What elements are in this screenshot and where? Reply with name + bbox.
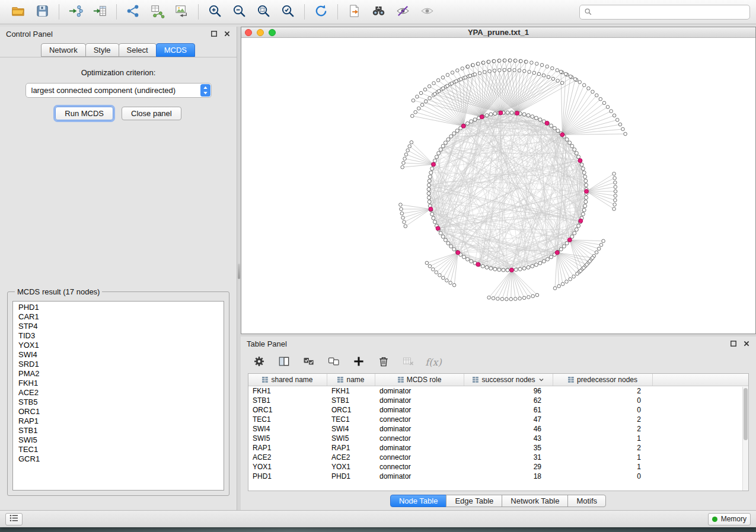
table-scrollbar[interactable] (742, 387, 748, 491)
maximize-window-icon[interactable] (269, 29, 276, 36)
import-table-button[interactable] (88, 2, 112, 22)
table-row[interactable]: RAP1RAP1dominator352 (248, 443, 748, 453)
hide-selection-button[interactable] (391, 2, 415, 22)
column-header-name[interactable]: name (327, 374, 375, 386)
mcds-result-item[interactable]: SWI5 (13, 435, 224, 445)
function-builder-button[interactable]: f(x) (423, 353, 444, 371)
table-body: FKH1FKH1dominator962STB1STB1dominator620… (248, 386, 748, 491)
close-panel-button[interactable]: Close panel (122, 107, 181, 120)
mcds-result-item[interactable]: SRD1 (13, 360, 224, 369)
mcds-result-item[interactable]: PHD1 (13, 303, 224, 312)
run-mcds-button[interactable]: Run MCDS (55, 107, 113, 120)
network-graph (241, 38, 755, 334)
table-cell: dominator (375, 386, 464, 396)
tab-edge-table[interactable]: Edge Table (446, 495, 502, 507)
tab-mcds[interactable]: MCDS (156, 43, 195, 57)
table-row[interactable]: YOX1YOX1connector291 (248, 462, 748, 472)
float-panel-icon[interactable] (210, 30, 218, 37)
minimize-window-icon[interactable] (257, 29, 264, 36)
open-session-button[interactable] (6, 2, 30, 22)
network-canvas[interactable] (241, 38, 755, 334)
export-image-icon (174, 4, 189, 20)
close-table-panel-icon[interactable] (743, 340, 750, 347)
delete-row-button[interactable] (374, 353, 394, 371)
add-row-button[interactable] (349, 353, 369, 371)
table-row[interactable]: PHD1PHD1dominator180 (248, 472, 748, 481)
share-network-button[interactable] (121, 2, 145, 22)
network-from-table-icon (150, 4, 165, 20)
panel-splitter[interactable] (237, 27, 241, 510)
settings-gear-button[interactable] (249, 353, 269, 371)
tab-select[interactable]: Select (119, 43, 157, 57)
table-row[interactable]: SWI5SWI5connector431 (248, 434, 748, 443)
refresh-layout-button[interactable] (309, 2, 333, 22)
mcds-result-item[interactable]: TID3 (13, 331, 224, 341)
table-row[interactable]: TEC1TEC1connector472 (248, 415, 748, 424)
column-header-predecessor-nodes[interactable]: predecessor nodes (553, 374, 653, 386)
export-image-button[interactable] (170, 2, 194, 22)
table-cell: dominator (375, 405, 464, 415)
select-all-button[interactable] (299, 353, 319, 371)
mcds-result-item[interactable]: CAR1 (13, 312, 224, 322)
mcds-result-group: MCDS result (17 nodes) PHD1CAR1STP4TID3Y… (7, 287, 229, 496)
zoom-in-button[interactable] (203, 2, 227, 22)
memory-button[interactable]: Memory (708, 513, 751, 525)
deselect-all-button[interactable] (324, 353, 344, 371)
optimization-label: Optimization criterion: (7, 68, 229, 77)
column-header-shared-name[interactable]: shared name (248, 374, 327, 386)
mcds-result-list[interactable]: PHD1CAR1STP4TID3YOX1SWI4SRD1PMA2FKH1ACE2… (12, 301, 224, 491)
delete-table-button[interactable] (398, 353, 419, 371)
scrollbar-thumb[interactable] (744, 388, 748, 440)
float-table-panel-icon[interactable] (730, 340, 737, 347)
mcds-result-item[interactable]: YOX1 (13, 341, 224, 350)
mcds-result-item[interactable]: GCR1 (13, 454, 224, 464)
table-header-row: shared namenameMCDS rolesuccessor nodesp… (248, 374, 748, 386)
optimization-select[interactable]: largest connected component (undirected) (25, 83, 212, 98)
tab-network-table[interactable]: Network Table (502, 495, 568, 507)
close-panel-icon[interactable] (224, 30, 231, 37)
table-cell: 1 (553, 453, 653, 462)
tab-motifs[interactable]: Motifs (567, 495, 606, 507)
mcds-result-item[interactable]: STB1 (13, 426, 224, 435)
table-cell: TEC1 (248, 415, 327, 424)
mcds-result-item[interactable]: STB5 (13, 398, 224, 407)
zoom-out-button[interactable] (227, 2, 251, 22)
table-row[interactable]: ORC1ORC1dominator610 (248, 405, 748, 415)
toggle-column-button[interactable] (274, 353, 294, 371)
search-input[interactable] (595, 8, 745, 16)
mcds-result-item[interactable]: PMA2 (13, 369, 224, 379)
save-session-button[interactable] (30, 2, 55, 22)
mcds-result-item[interactable]: RAP1 (13, 416, 224, 426)
close-window-icon[interactable] (245, 29, 252, 36)
table-row[interactable]: FKH1FKH1dominator962 (248, 386, 748, 396)
show-all-button[interactable] (415, 2, 439, 22)
table-row[interactable]: SWI4SWI4dominator462 (248, 424, 748, 434)
mcds-result-item[interactable]: TEC1 (13, 445, 224, 454)
export-document-button[interactable] (342, 2, 366, 22)
tab-network[interactable]: Network (41, 43, 86, 57)
mcds-result-item[interactable]: SWI4 (13, 350, 224, 360)
splitter-handle-icon[interactable] (238, 264, 240, 279)
panels-menu-button[interactable] (5, 513, 23, 525)
mcds-result-item[interactable]: ACE2 (13, 388, 224, 398)
settings-gear-icon (253, 355, 266, 370)
control-panel-tabs: NetworkStyleSelectMCDS (0, 41, 237, 57)
import-network-button[interactable] (63, 2, 88, 22)
find-button[interactable] (366, 2, 391, 22)
column-header-successor-nodes[interactable]: successor nodes (464, 374, 553, 386)
table-cell: dominator (375, 472, 464, 481)
tab-style[interactable]: Style (85, 43, 119, 57)
mcds-result-item[interactable]: ORC1 (13, 407, 224, 416)
table-cell: 0 (553, 405, 653, 415)
tab-node-table[interactable]: Node Table (390, 495, 447, 507)
table-row[interactable]: STB1STB1dominator620 (248, 396, 748, 405)
zoom-fit-button[interactable] (251, 2, 276, 22)
mcds-result-item[interactable]: FKH1 (13, 379, 224, 388)
share-network-icon (126, 4, 141, 20)
table-row[interactable]: ACE2ACE2connector311 (248, 453, 748, 462)
mcds-result-item[interactable]: STP4 (13, 322, 224, 331)
network-titlebar[interactable]: YPA_prune.txt_1 (241, 27, 755, 38)
network-from-table-button[interactable] (145, 2, 170, 22)
column-header-MCDS-role[interactable]: MCDS role (375, 374, 464, 386)
zoom-selected-button[interactable] (276, 2, 300, 22)
